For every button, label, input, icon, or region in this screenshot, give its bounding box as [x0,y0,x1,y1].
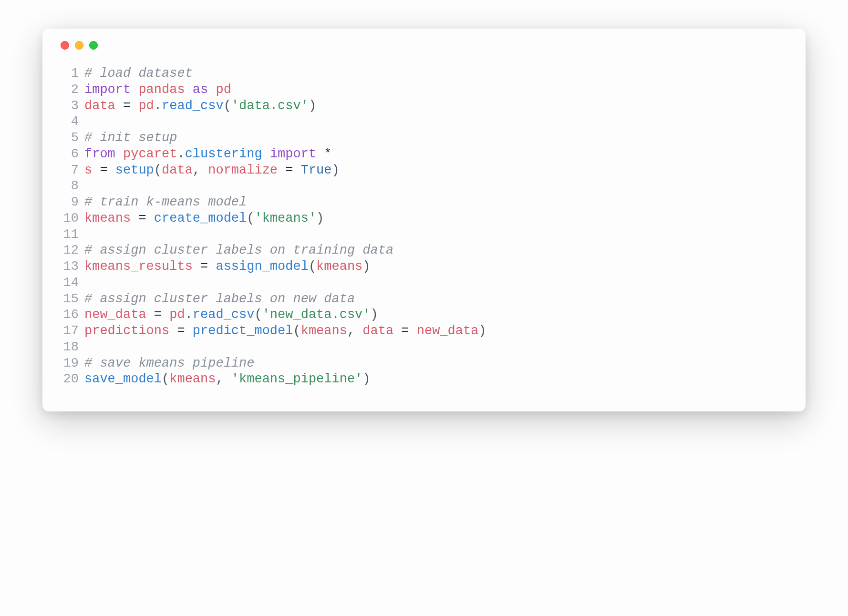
code-token [278,163,285,177]
code-token: kmeans [316,259,362,274]
minimize-icon[interactable] [75,41,83,50]
code-token [316,147,324,161]
line-content: from pycaret.clustering import * [84,146,788,163]
code-token: s [84,163,92,177]
code-token: read_csv [193,308,255,322]
code-token: # load dataset [84,66,193,81]
code-token: from [84,147,115,161]
code-token [409,324,417,338]
code-token: kmeans [169,372,216,386]
line-content [84,339,788,356]
code-token: ( [247,211,254,226]
code-token: # assign cluster labels on training data [84,243,393,257]
code-token [200,163,208,177]
code-token: # assign cluster labels on new data [84,292,355,306]
code-token [193,259,200,274]
line-content: # save kmeans pipeline [84,356,788,372]
code-token [293,163,300,177]
code-block: 1# load dataset2import pandas as pd3data… [60,66,788,388]
code-token: clustering [185,147,262,161]
code-line: 10kmeans = create_model('kmeans') [60,211,788,227]
line-number: 10 [60,211,84,227]
code-line: 6from pycaret.clustering import * [60,146,788,163]
code-token: import [84,82,131,97]
code-token: normalize [208,163,278,177]
code-token: ( [309,259,316,274]
code-token: ( [154,163,162,177]
line-number: 18 [60,339,84,356]
code-token: ) [362,259,370,274]
code-line: 15# assign cluster labels on new data [60,291,788,308]
code-token: predictions [84,324,169,338]
code-line: 9# train k-means model [60,195,788,211]
line-number: 1 [60,66,84,82]
code-token: setup [115,163,154,177]
code-token [355,324,362,338]
code-token: ( [224,99,231,113]
window-titlebar [61,41,788,50]
code-token: kmeans [84,211,131,226]
code-token [208,82,216,97]
code-token: 'kmeans_pipeline' [231,372,362,386]
zoom-icon[interactable] [89,41,98,50]
code-token [146,211,154,226]
code-token [224,372,231,386]
line-content [84,227,788,243]
line-content: save_model(kmeans, 'kmeans_pipeline') [84,371,788,388]
line-number: 11 [60,227,84,243]
code-token: ) [316,211,324,226]
code-token: create_model [154,211,247,226]
line-content [84,275,788,291]
code-token [115,147,123,161]
code-token: 'new_data.csv' [262,308,371,322]
code-line: 1# load dataset [60,66,788,82]
code-token: . [185,308,193,322]
code-token: * [324,147,331,161]
code-token: = [401,324,409,338]
line-content: # load dataset [84,66,788,82]
code-token: = [200,259,208,274]
code-token: new_data [417,324,479,338]
code-token: read_csv [162,99,224,113]
line-number: 14 [60,275,84,291]
line-content: s = setup(data, normalize = True) [84,163,788,179]
code-token [131,99,138,113]
code-token: . [154,99,162,113]
code-token: pycaret [123,147,177,161]
close-icon[interactable] [61,41,69,50]
code-token: = [285,163,293,177]
line-number: 9 [60,195,84,211]
code-line: 18 [60,339,788,356]
code-token: ( [254,308,262,322]
code-token: save_model [84,372,162,386]
code-token: as [193,82,208,97]
code-line: 11 [60,227,788,243]
code-token: = [123,99,131,113]
code-line: 3data = pd.read_csv('data.csv') [60,98,788,114]
line-number: 13 [60,259,84,275]
line-number: 4 [60,114,84,130]
code-token: ( [162,372,169,386]
line-content: kmeans_results = assign_model(kmeans) [84,259,788,275]
code-token [262,147,270,161]
code-token: kmeans_results [84,259,193,274]
line-number: 2 [60,82,84,98]
code-token: ) [478,324,486,338]
code-token [162,308,169,322]
code-token: , [347,324,355,338]
code-token [185,324,193,338]
code-window: 1# load dataset2import pandas as pd3data… [42,29,806,411]
line-content: import pandas as pd [84,82,788,98]
code-line: 12# assign cluster labels on training da… [60,243,788,259]
code-token: new_data [84,308,146,322]
code-token: ( [293,324,300,338]
line-content: predictions = predict_model(kmeans, data… [84,323,788,339]
code-line: 5# init setup [60,130,788,146]
code-token: data [84,99,115,113]
code-token: ) [362,372,370,386]
code-token: ) [309,99,316,113]
code-line: 20save_model(kmeans, 'kmeans_pipeline') [60,371,788,388]
code-line: 16new_data = pd.read_csv('new_data.csv') [60,307,788,323]
code-token [208,259,216,274]
line-content: # train k-means model [84,195,788,211]
